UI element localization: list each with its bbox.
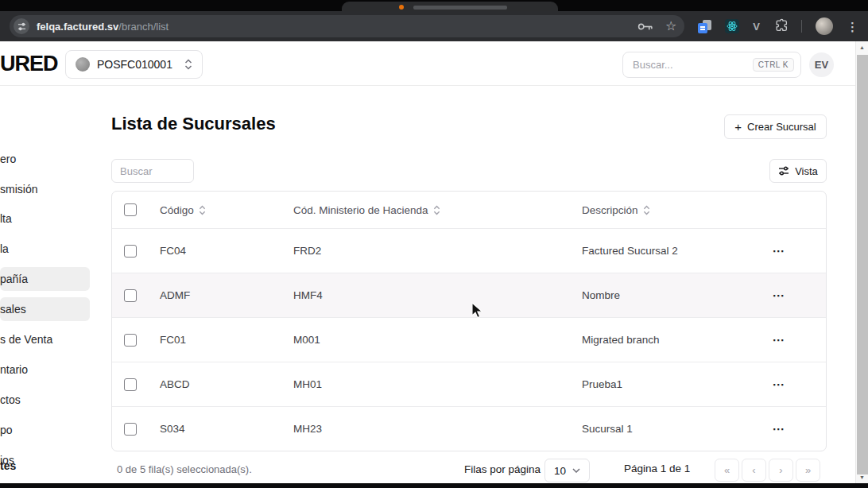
page-scrollbar[interactable]: ▲ ▼ [855, 41, 868, 483]
sidebar-item[interactable]: pañía [0, 267, 90, 291]
table-row[interactable]: FC01 M001 Migrated branch ⋯ [112, 317, 826, 362]
sidebar-item[interactable]: ctos [0, 388, 90, 412]
cell-codigo: S034 [160, 423, 293, 435]
browser-tabstrip [0, 0, 868, 11]
user-avatar[interactable]: EV [809, 52, 834, 77]
column-header-descripcion[interactable]: Descripción [582, 204, 730, 216]
sidebar-item[interactable]: ntario [0, 358, 90, 381]
cell-descripcion: Prueba1 [582, 378, 730, 390]
scrollbar-up-icon[interactable]: ▲ [856, 45, 868, 50]
sidebar-item[interactable]: sales [0, 297, 90, 321]
cell-ministerio: MH23 [293, 423, 582, 435]
sidebar-item[interactable]: lta [0, 207, 90, 230]
toolbar-separator [801, 20, 802, 33]
site-info-icon[interactable] [14, 18, 29, 34]
table-row[interactable]: FC04 FRD2 Factured Sucursal 2 ⋯ [112, 228, 826, 273]
sidebar-item[interactable]: la [0, 237, 90, 261]
scrollbar-thumb[interactable] [857, 55, 868, 474]
browser-profile-avatar[interactable] [816, 17, 833, 35]
row-checkbox[interactable] [124, 289, 137, 302]
rows-per-page-label: Filas por página [464, 463, 541, 475]
cell-descripcion: Nombre [582, 289, 730, 301]
address-bar[interactable]: felqa.factured.sv/branch/list ☆ [10, 15, 684, 37]
branches-table: Código Cód. Ministerio de Hacienda Descr… [111, 191, 827, 451]
selection-status: 0 de 5 fila(s) seleccionada(s). [117, 463, 252, 475]
cell-ministerio: FRD2 [293, 245, 582, 257]
row-actions-menu-icon[interactable]: ⋯ [773, 289, 785, 301]
cell-ministerio: HMF4 [293, 289, 582, 301]
pagination-button[interactable]: « [715, 459, 739, 482]
row-checkbox[interactable] [124, 334, 137, 347]
chevrons-up-down-icon [184, 59, 192, 70]
extensions-puzzle-icon[interactable] [773, 17, 788, 35]
row-actions-menu-icon[interactable]: ⋯ [773, 378, 785, 390]
app-viewport: URED POSFC010001 CTRL K EV ero smisión l… [0, 41, 868, 488]
cell-codigo: FC01 [160, 334, 293, 346]
page-title: Lista de Sucursales [111, 114, 276, 134]
table-row[interactable]: S034 MH23 Sucursal 1 ⋯ [112, 406, 826, 451]
sidebar-item[interactable]: smisión [0, 177, 90, 201]
cell-descripcion: Sucursal 1 [582, 423, 730, 435]
sort-icon [433, 205, 440, 215]
bookmark-star-icon[interactable]: ☆ [665, 20, 676, 33]
atom-extension-icon[interactable] [725, 19, 739, 33]
pagination: « ‹ › » [715, 459, 820, 482]
scrollbar-down-icon[interactable]: ▼ [856, 474, 868, 480]
screen: felqa.factured.sv/branch/list ☆ V ⋮ URED [0, 0, 868, 488]
cell-codigo: ABCD [160, 378, 293, 390]
bottom-edge-strip [0, 483, 868, 488]
row-actions-menu-icon[interactable]: ⋯ [773, 423, 785, 435]
pagination-button[interactable]: ‹ [742, 459, 766, 482]
url-path: /branch/list [118, 21, 169, 33]
rows-per-page-select[interactable]: 10 [544, 459, 590, 482]
global-search-input[interactable] [633, 59, 753, 71]
table-row[interactable]: ADMF HMF4 Nombre ⋯ [112, 273, 826, 317]
app-logo: URED [0, 52, 58, 76]
sidebar-item[interactable]: s de Venta [0, 327, 90, 351]
table-filter-input[interactable] [111, 159, 194, 183]
company-selector-value: POSFC010001 [97, 58, 177, 71]
sort-icon [643, 205, 650, 215]
company-selector[interactable]: POSFC010001 [65, 50, 203, 79]
search-shortcut-badge: CTRL K [753, 58, 794, 72]
app-header: URED POSFC010001 CTRL K EV [0, 41, 855, 86]
pagination-button[interactable]: › [769, 459, 793, 482]
company-avatar [76, 57, 90, 72]
create-branch-button[interactable]: + Crear Sucursal [724, 114, 827, 139]
cell-codigo: ADMF [160, 289, 293, 301]
chevron-down-icon [572, 468, 580, 473]
password-key-icon[interactable] [637, 21, 653, 32]
global-search[interactable]: CTRL K [622, 52, 801, 78]
browser-menu-icon[interactable]: ⋮ [847, 21, 858, 33]
browser-tab[interactable] [342, 2, 558, 11]
view-options-button[interactable]: Vista [769, 159, 827, 183]
table-header-row: Código Cód. Ministerio de Hacienda Descr… [112, 192, 826, 228]
translate-extension-icon[interactable] [698, 20, 711, 33]
url-text[interactable]: felqa.factured.sv/branch/list [37, 21, 169, 33]
sliders-icon [778, 165, 789, 176]
cell-codigo: FC04 [160, 245, 293, 257]
cell-descripcion: Migrated branch [582, 334, 730, 346]
tab-title-placeholder [413, 6, 507, 10]
sidebar-footer-item[interactable]: tes [0, 459, 16, 472]
v-extension-icon[interactable]: V [753, 21, 760, 33]
column-header-ministerio[interactable]: Cód. Ministerio de Hacienda [293, 204, 582, 216]
table-row[interactable]: ABCD MH01 Prueba1 ⋯ [112, 362, 826, 406]
row-actions-menu-icon[interactable]: ⋯ [773, 245, 785, 257]
cell-ministerio: M001 [293, 334, 582, 346]
row-checkbox[interactable] [124, 245, 137, 258]
plus-icon: + [734, 121, 742, 133]
sidebar-item[interactable]: ero [0, 147, 90, 171]
pagination-button[interactable]: » [796, 459, 820, 482]
table-body: FC04 FRD2 Factured Sucursal 2 ⋯ ADMF HMF… [112, 228, 826, 451]
page-indicator: Página 1 de 1 [624, 463, 690, 474]
sidebar-item[interactable]: po [0, 418, 90, 442]
cell-ministerio: MH01 [293, 378, 582, 390]
url-host: felqa.factured.sv [37, 21, 118, 33]
row-checkbox[interactable] [124, 378, 137, 391]
select-all-checkbox[interactable] [124, 203, 137, 216]
column-header-codigo[interactable]: Código [160, 204, 293, 216]
extensions-bar: V ⋮ [698, 17, 858, 35]
row-checkbox[interactable] [124, 423, 137, 436]
row-actions-menu-icon[interactable]: ⋯ [773, 334, 785, 346]
